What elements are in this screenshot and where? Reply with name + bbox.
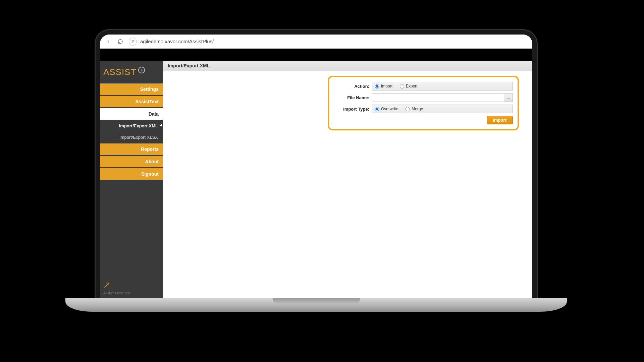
sidebar-item-reports[interactable]: Reports <box>100 143 163 155</box>
button-row: Import <box>334 116 513 124</box>
import-button[interactable]: Import <box>487 116 513 124</box>
sidebar-nav: Settings AssistText Data Import/Export X… <box>100 83 163 180</box>
field-importtype: Overwrite Merge <box>372 105 513 113</box>
row-filename: File Name: ... <box>334 93 513 102</box>
sidebar-footer: All rights reserved <box>100 279 163 298</box>
logo-text: ASSIST <box>103 67 136 77</box>
radio-importtype-overwrite-input[interactable] <box>375 107 379 111</box>
logo: ASSIST + <box>100 61 163 83</box>
radio-importtype-merge-input[interactable] <box>406 107 410 111</box>
window-top-strip <box>100 49 532 61</box>
label-filename: File Name: <box>334 95 369 100</box>
sidebar-sub-import-export-xlsx[interactable]: Import/Export XLSX <box>100 132 163 142</box>
radio-importtype-merge[interactable]: Merge <box>406 107 423 111</box>
page-title: Import/Export XML <box>163 61 532 71</box>
laptop-notch <box>273 298 360 304</box>
field-filename: ... <box>372 93 513 102</box>
sidebar-item-settings[interactable]: Settings <box>100 83 163 95</box>
row-importtype: Import Type: Overwrite Merge <box>334 105 513 113</box>
address-bar[interactable]: ⇄ agiledemo.xavor.com/AssistPlus/ <box>129 37 528 46</box>
row-action: Action: Import Export <box>334 82 513 90</box>
page-content: Action: Import Export <box>163 71 532 298</box>
site-info-icon[interactable]: ⇄ <box>129 38 137 46</box>
radio-action-import[interactable]: Import <box>375 84 392 88</box>
reload-icon[interactable] <box>117 38 124 45</box>
browser-toolbar: ⇄ agiledemo.xavor.com/AssistPlus/ <box>100 35 532 49</box>
logo-plus-icon: + <box>138 67 145 73</box>
sidebar-item-data[interactable]: Data <box>100 108 163 120</box>
radio-action-export[interactable]: Export <box>400 84 418 88</box>
sidebar-item-signout[interactable]: Signout <box>100 168 163 180</box>
field-action: Import Export <box>372 82 513 90</box>
browse-button[interactable]: ... <box>504 94 513 102</box>
laptop-frame: ⇄ agiledemo.xavor.com/AssistPlus/ ASSIST… <box>96 30 537 298</box>
app-body: ASSIST + Settings AssistText Data Import… <box>100 61 532 298</box>
radio-action-export-label: Export <box>406 84 418 88</box>
radio-action-export-input[interactable] <box>400 84 404 88</box>
radio-importtype-overwrite[interactable]: Overwrite <box>375 107 398 111</box>
sidebar-sub-import-export-xml[interactable]: Import/Export XML <box>100 121 163 131</box>
sidebar: ASSIST + Settings AssistText Data Import… <box>100 61 163 298</box>
label-importtype: Import Type: <box>334 107 369 112</box>
main-panel: Import/Export XML Action: Import <box>163 61 532 298</box>
laptop-screen: ⇄ agiledemo.xavor.com/AssistPlus/ ASSIST… <box>100 35 532 298</box>
label-action: Action: <box>334 84 369 89</box>
radio-action-import-input[interactable] <box>375 84 379 88</box>
footer-text: All rights reserved <box>103 291 159 295</box>
forward-icon[interactable] <box>105 38 112 45</box>
laptop-base <box>65 298 567 312</box>
sidebar-item-about[interactable]: About <box>100 156 163 167</box>
radio-importtype-merge-label: Merge <box>412 107 423 111</box>
screen: ⇄ agiledemo.xavor.com/AssistPlus/ ASSIST… <box>100 35 532 298</box>
radio-action-import-label: Import <box>381 84 392 88</box>
url-text: agiledemo.xavor.com/AssistPlus/ <box>140 39 214 44</box>
radio-importtype-overwrite-label: Overwrite <box>381 107 398 111</box>
company-logo-icon <box>103 282 110 289</box>
site-chip-glyph: ⇄ <box>131 39 135 44</box>
sidebar-item-assisttext[interactable]: AssistText <box>100 96 163 107</box>
filename-input[interactable] <box>372 94 504 102</box>
import-form-highlight: Action: Import Export <box>328 76 519 130</box>
